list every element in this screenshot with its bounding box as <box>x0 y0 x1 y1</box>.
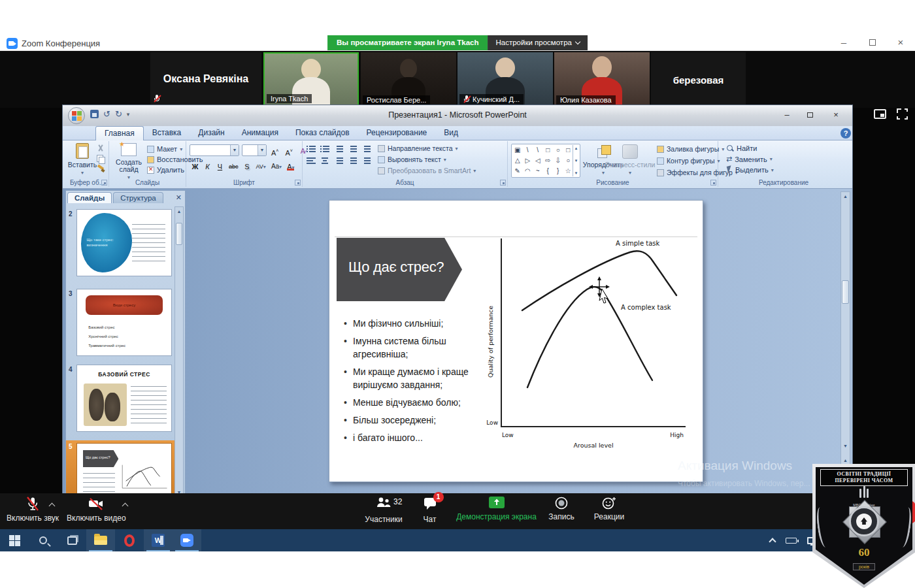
taskbar-search-button[interactable] <box>29 529 58 551</box>
font-color-button[interactable]: А▾ <box>285 161 296 172</box>
convert-to-smartart-button[interactable]: Преобразовать в SmartArt▾ <box>378 167 476 174</box>
panel-close-icon[interactable]: ✕ <box>176 193 182 202</box>
fullscreen-icon[interactable] <box>897 108 908 120</box>
word-button[interactable]: W <box>144 529 173 551</box>
slide-title-shape[interactable]: Що дає стрес? <box>337 238 462 301</box>
start-video-button[interactable]: Включить видео <box>67 496 126 523</box>
share-screen-button[interactable]: Демонстрация экрана <box>456 496 537 521</box>
paste-button[interactable]: Вставить ▾ <box>67 143 97 176</box>
bold-button[interactable]: Ж <box>190 161 201 172</box>
text-shadow-button[interactable]: S <box>242 161 253 172</box>
shrink-font-button[interactable]: А˅ <box>283 145 294 156</box>
underline-button[interactable]: Ч <box>214 161 225 172</box>
participants-button[interactable]: 32 Участники <box>361 496 407 524</box>
format-painter-icon[interactable] <box>97 165 105 173</box>
align-center-icon[interactable] <box>320 157 329 164</box>
minimize-button[interactable]: – <box>838 37 850 48</box>
numbering-icon[interactable] <box>320 145 329 152</box>
tab-slideshow[interactable]: Показ слайдов <box>287 126 358 140</box>
task-view-button[interactable] <box>58 529 86 551</box>
font-size-combobox[interactable]: ▼ <box>242 144 267 156</box>
scrollbar-thumb[interactable] <box>176 223 182 245</box>
find-button[interactable]: Найти <box>726 144 774 152</box>
tab-animations[interactable]: Анимация <box>233 126 287 140</box>
participant-tile[interactable]: Оксана Ревякіна <box>150 52 261 106</box>
tab-review[interactable]: Рецензирование <box>358 126 436 140</box>
new-slide-button[interactable]: Создать слайд ▾ <box>112 143 146 181</box>
increase-indent-icon[interactable] <box>348 145 357 152</box>
slide-2-thumbnail[interactable]: Що таке стрес: визначення <box>76 209 172 276</box>
dialog-launcher-icon[interactable] <box>710 180 716 186</box>
file-explorer-button[interactable] <box>86 529 115 551</box>
bullets-icon[interactable] <box>307 145 316 152</box>
line-spacing-icon[interactable] <box>361 145 371 152</box>
slide-4-thumbnail[interactable]: БАЗОВИЙ СТРЕС <box>76 365 172 432</box>
slide-5-thumbnail-selected[interactable]: Що дає стрес? <box>76 443 172 500</box>
slide-canvas[interactable]: Що дає стрес? Ми фізично сильніші; Імунн… <box>329 200 703 482</box>
justify-icon[interactable] <box>348 157 357 164</box>
character-spacing-button[interactable]: AV▾ <box>254 161 268 172</box>
mic-options-chevron[interactable] <box>50 502 55 508</box>
strikethrough-button[interactable]: abc <box>227 161 241 172</box>
scroll-up-icon[interactable]: ▲ <box>175 207 183 216</box>
decrease-indent-icon[interactable] <box>334 145 343 152</box>
view-settings-button[interactable]: Настройки просмотра <box>488 35 587 50</box>
change-case-button[interactable]: Aa▾ <box>269 161 284 172</box>
video-options-chevron[interactable] <box>123 502 128 508</box>
participant-tile[interactable]: Кучинский Д... <box>458 52 553 106</box>
tab-insert[interactable]: Вставка <box>144 126 190 140</box>
align-right-icon[interactable] <box>334 157 343 164</box>
tray-chevron-up-icon[interactable] <box>769 538 776 545</box>
opera-button[interactable] <box>115 529 144 551</box>
participant-tile[interactable]: березовая <box>651 52 746 106</box>
ppt-close-button[interactable]: × <box>827 110 844 121</box>
dialog-launcher-icon[interactable] <box>295 180 301 186</box>
close-button[interactable]: × <box>895 37 907 48</box>
panel-scrollbar[interactable]: ▲ ▼ <box>175 206 184 497</box>
scroll-down-icon[interactable]: ▼ <box>841 442 850 451</box>
ppt-minimize-button[interactable]: – <box>778 110 795 121</box>
panel-tab-outline[interactable]: Структура <box>113 192 163 203</box>
arousal-performance-chart[interactable]: A simple task A complex task Quality of … <box>486 231 702 453</box>
unmute-button[interactable]: Включить звук <box>7 496 59 523</box>
gallery-view-icon[interactable] <box>874 109 886 119</box>
start-button[interactable] <box>0 529 29 551</box>
align-text-button[interactable]: Выровнять текст▾ <box>378 155 476 163</box>
main-scrollbar[interactable]: ▲ ▼ ▲▲ <box>840 191 850 479</box>
participant-tile[interactable]: Юлия Казакова <box>554 52 650 106</box>
scroll-up-icon[interactable]: ▲ <box>841 192 850 201</box>
scrollbar-thumb[interactable] <box>842 280 849 304</box>
participant-tile-active-speaker[interactable]: Iryna Tkach <box>263 52 359 106</box>
reactions-button[interactable]: Реакции <box>591 496 627 521</box>
slide-bullet-list[interactable]: Ми фізично сильніші; Імунна система біль… <box>342 317 476 449</box>
tab-view[interactable]: Вид <box>435 126 467 140</box>
slide-3-thumbnail[interactable]: Види стресу Базовий стрес Хронічний стре… <box>76 289 172 356</box>
shapes-scrollbar[interactable]: ▲▼▼ <box>573 145 579 176</box>
dialog-launcher-icon[interactable] <box>500 180 506 186</box>
tab-design[interactable]: Дизайн <box>190 126 233 140</box>
dialog-launcher-icon[interactable] <box>101 180 107 186</box>
help-icon[interactable]: ? <box>840 128 851 139</box>
ppt-maximize-button[interactable] <box>801 110 818 121</box>
italic-button[interactable]: К <box>202 161 213 172</box>
grow-font-button[interactable]: А˄ <box>269 145 280 156</box>
cut-icon[interactable] <box>97 144 105 152</box>
tab-home[interactable]: Главная <box>95 126 144 140</box>
participant-tile[interactable]: Ростислав Бере... <box>361 52 456 106</box>
chat-button[interactable]: 1 Чат <box>415 496 444 524</box>
text-direction-button[interactable]: Направление текста▾ <box>378 144 476 152</box>
chevron-down-icon[interactable]: ▼ <box>258 145 266 155</box>
quick-styles-button[interactable]: Экспресс-стили ▾ <box>605 144 656 176</box>
select-button[interactable]: Выделить▾ <box>726 166 774 174</box>
align-left-icon[interactable] <box>307 157 316 164</box>
columns-icon[interactable] <box>361 157 371 164</box>
battery-icon[interactable] <box>786 538 797 544</box>
panel-tab-slides[interactable]: Слайды <box>67 192 112 203</box>
record-button[interactable]: Запись <box>546 496 577 521</box>
copy-icon[interactable] <box>97 155 105 163</box>
zoom-app-button[interactable] <box>173 529 201 551</box>
chevron-down-icon[interactable]: ▼ <box>230 145 239 155</box>
maximize-button[interactable] <box>867 37 878 48</box>
replace-button[interactable]: ⇄Заменить▾ <box>726 155 774 163</box>
shapes-gallery[interactable]: ▣\\□○□ △▷◁⇨⇩○ ✎◠~{}☆ ▲▼▼ <box>511 144 580 178</box>
